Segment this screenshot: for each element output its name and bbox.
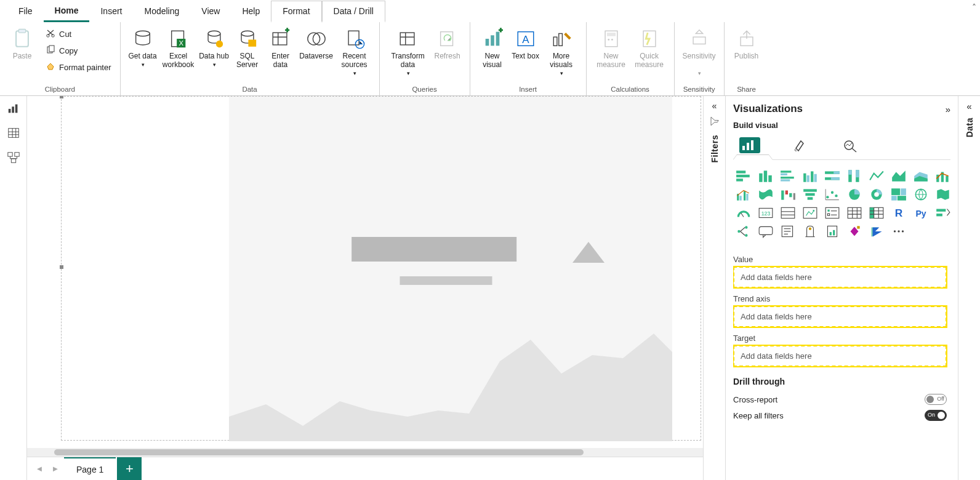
tab-file[interactable]: File <box>7 1 44 21</box>
add-page-button[interactable]: + <box>117 457 142 481</box>
filters-pane-title[interactable]: Filters <box>710 135 720 163</box>
publish-button[interactable]: Publish <box>731 25 763 80</box>
viz-paginated-report-icon[interactable] <box>823 224 841 239</box>
model-view-icon[interactable] <box>6 150 21 165</box>
viz-matrix-icon[interactable] <box>867 206 886 220</box>
data-hub-button[interactable]: Data hub▾ <box>198 25 230 80</box>
format-visual-tab[interactable] <box>787 134 813 159</box>
transform-data-icon <box>398 28 419 49</box>
viz-r-visual-icon[interactable]: R <box>890 206 908 220</box>
viz-100-stacked-bar-icon[interactable] <box>823 169 841 183</box>
viz-narrative-icon[interactable] <box>779 224 797 239</box>
viz-stacked-area-icon[interactable] <box>912 169 930 183</box>
new-measure-button[interactable]: New measure <box>593 25 630 80</box>
viz-stacked-bar-icon[interactable] <box>734 169 753 183</box>
transform-data-button[interactable]: Transform data▾ <box>386 25 430 80</box>
viz-key-influencers-icon[interactable] <box>934 206 952 220</box>
tab-insert[interactable]: Insert <box>89 1 133 21</box>
recent-sources-button[interactable]: Recent sources▾ <box>336 25 373 80</box>
publish-icon <box>736 28 757 49</box>
viz-table-icon[interactable] <box>845 206 864 220</box>
viz-line-stacked-column-icon[interactable] <box>934 169 952 183</box>
get-data-button[interactable]: Get data▾ <box>127 25 159 80</box>
viz-qa-icon[interactable] <box>757 224 775 239</box>
viz-power-apps-icon[interactable] <box>845 224 864 239</box>
copy-button[interactable]: Copy <box>43 44 114 58</box>
viz-kpi-icon[interactable] <box>801 206 819 220</box>
format-painter-button[interactable]: Format painter <box>43 60 114 74</box>
viz-line-clustered-column-icon[interactable] <box>734 187 753 202</box>
filters-expand-icon[interactable]: « <box>712 101 717 111</box>
selection-handle[interactable] <box>60 265 63 269</box>
well-drop-value[interactable]: Add data fields here <box>733 266 947 288</box>
viz-scatter-icon[interactable] <box>823 187 841 202</box>
sensitivity-button[interactable]: Sensitivity▾ <box>681 25 718 80</box>
viz-treemap-icon[interactable] <box>890 187 908 202</box>
paste-button[interactable]: Paste <box>6 25 38 80</box>
viz-gauge-icon[interactable] <box>734 206 753 220</box>
svg-rect-13 <box>248 39 256 46</box>
viz-map-icon[interactable] <box>912 187 930 202</box>
viz-get-more-visuals-icon[interactable] <box>890 224 908 239</box>
tab-help[interactable]: Help <box>231 1 271 21</box>
page-next-button[interactable]: ► <box>48 464 63 473</box>
ribbon-collapse-icon[interactable]: ˄ <box>972 2 976 12</box>
viz-slicer-icon[interactable] <box>823 206 841 220</box>
cut-button[interactable]: Cut <box>43 27 114 41</box>
viz-ribbon-icon[interactable] <box>757 187 775 202</box>
page-tab-1[interactable]: Page 1 <box>64 457 116 481</box>
sql-server-button[interactable]: SQL Server <box>231 25 263 80</box>
data-expand-icon[interactable]: « <box>966 101 971 111</box>
excel-workbook-button[interactable]: X Excel workbook <box>160 25 197 80</box>
new-visual-button[interactable]: New visual <box>476 25 508 80</box>
well-drop-target[interactable]: Add data fields here <box>733 345 947 367</box>
text-box-button[interactable]: A Text box <box>510 25 542 80</box>
data-view-icon[interactable] <box>6 126 21 140</box>
viz-pie-icon[interactable] <box>845 187 864 202</box>
tab-modeling[interactable]: Modeling <box>133 1 190 21</box>
viz-line-icon[interactable] <box>867 169 886 183</box>
svg-rect-42 <box>739 137 760 153</box>
analytics-tab[interactable] <box>838 134 864 159</box>
tab-format[interactable]: Format <box>271 1 321 23</box>
group-label-clipboard: Clipboard <box>45 86 75 95</box>
page-prev-button[interactable]: ◄ <box>32 464 47 473</box>
viz-area-icon[interactable] <box>890 169 908 183</box>
filters-icon[interactable] <box>709 116 720 129</box>
tab-view[interactable]: View <box>190 1 231 21</box>
viz-multi-row-card-icon[interactable] <box>779 206 797 220</box>
report-view-icon[interactable] <box>6 101 21 116</box>
viz-clustered-column-icon[interactable] <box>801 169 819 183</box>
viz-clustered-bar-icon[interactable] <box>779 169 797 183</box>
quick-measure-button[interactable]: Quick measure <box>631 25 668 80</box>
viz-waterfall-icon[interactable] <box>779 187 797 202</box>
data-pane-title[interactable]: Data <box>965 118 974 137</box>
tab-data-drill[interactable]: Data / Drill <box>322 1 385 23</box>
viz-filled-map-icon[interactable] <box>934 187 952 202</box>
more-visuals-button[interactable]: More visuals▾ <box>543 25 580 80</box>
viz-donut-icon[interactable] <box>867 187 886 202</box>
tab-home[interactable]: Home <box>44 1 90 22</box>
viz-stacked-column-icon[interactable] <box>757 169 775 183</box>
scrollbar-thumb[interactable] <box>54 449 584 455</box>
selection-handle[interactable] <box>60 96 63 98</box>
viz-card-icon[interactable]: 123 <box>757 206 775 220</box>
viz-100-stacked-column-icon[interactable] <box>845 169 864 183</box>
horizontal-scrollbar[interactable] <box>27 448 703 457</box>
well-drop-trend-axis[interactable]: Add data fields here <box>733 306 947 327</box>
viz-funnel-icon[interactable] <box>801 187 819 202</box>
enter-data-button[interactable]: Enter data <box>265 25 297 80</box>
svg-rect-27 <box>558 34 562 46</box>
refresh-button[interactable]: Refresh <box>432 25 464 80</box>
visualizations-collapse-icon[interactable]: » <box>946 104 950 114</box>
viz-python-icon[interactable]: Py <box>912 206 930 220</box>
dataverse-button[interactable]: Dataverse <box>298 25 335 80</box>
keep-all-filters-toggle[interactable]: On <box>925 410 947 421</box>
viz-power-automate-icon[interactable] <box>867 224 886 239</box>
viz-goals-icon[interactable] <box>801 224 819 239</box>
cross-report-toggle[interactable]: Off <box>925 394 947 405</box>
kpi-visual-placeholder[interactable] <box>229 97 672 441</box>
viz-decomposition-tree-icon[interactable] <box>734 224 753 239</box>
build-visual-tab[interactable] <box>737 134 763 159</box>
report-canvas[interactable] <box>61 96 701 441</box>
